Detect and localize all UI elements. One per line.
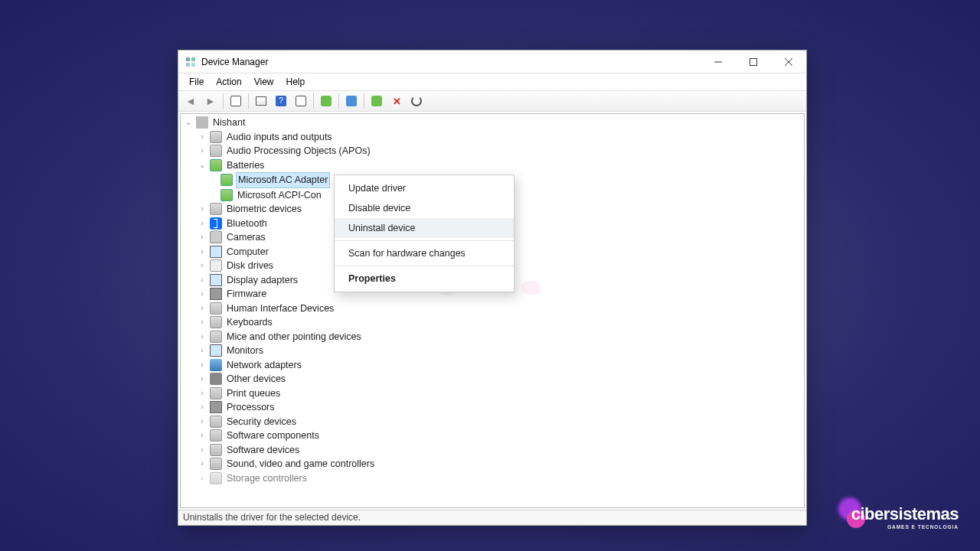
menu-action[interactable]: Action: [210, 75, 247, 89]
ctx-properties[interactable]: Properties: [335, 269, 514, 289]
device-manager-window: Device Manager File Action View Help ◄ ►…: [178, 50, 807, 526]
chevron-right-icon[interactable]: ›: [198, 346, 207, 355]
chevron-right-icon[interactable]: ›: [198, 403, 207, 412]
tree-category[interactable]: ›Processors: [184, 400, 804, 415]
tree-category[interactable]: ›Other devices: [184, 372, 804, 386]
tree-category[interactable]: › Audio inputs and outputs: [184, 130, 804, 145]
tree-category[interactable]: ›Monitors: [184, 344, 804, 358]
chevron-right-icon[interactable]: ›: [198, 360, 207, 370]
titlebar[interactable]: Device Manager: [178, 51, 806, 73]
chevron-right-icon[interactable]: ›: [198, 146, 207, 155]
ctx-update-driver[interactable]: Update driver: [335, 178, 514, 198]
audio-icon: [210, 131, 222, 143]
back-button[interactable]: ◄: [181, 93, 200, 109]
chevron-right-icon[interactable]: ›: [198, 289, 207, 298]
tree-category[interactable]: › Audio Processing Objects (APOs): [184, 144, 804, 158]
tree-category[interactable]: ›Keyboards: [184, 315, 804, 330]
help-icon: ?: [276, 96, 286, 106]
chevron-right-icon[interactable]: ›: [198, 219, 207, 228]
chevron-right-icon[interactable]: ›: [198, 374, 207, 383]
menu-help[interactable]: Help: [280, 75, 312, 89]
monitor-icon: [346, 96, 357, 106]
tree-category-batteries[interactable]: ⌄ Batteries: [184, 158, 804, 173]
menu-view[interactable]: View: [248, 75, 280, 89]
chevron-right-icon[interactable]: ›: [198, 132, 207, 142]
tree-category[interactable]: ›Print queues: [184, 386, 804, 401]
window-title: Device Manager: [201, 57, 268, 67]
context-menu: Update driver Disable device Uninstall d…: [334, 174, 514, 292]
software-icon: [210, 429, 222, 442]
uninstall-x-icon: ✕: [393, 96, 401, 107]
chevron-right-icon[interactable]: ›: [198, 276, 207, 285]
tree-category[interactable]: ›Mice and other pointing devices: [184, 330, 804, 344]
ctx-disable-device[interactable]: Disable device: [335, 198, 514, 218]
chevron-right-icon[interactable]: ›: [198, 417, 207, 426]
chevron-right-icon[interactable]: ›: [198, 474, 207, 483]
tree-category[interactable]: ›Security devices: [184, 415, 804, 429]
status-text: Uninstalls the driver for the selected d…: [183, 512, 361, 523]
chevron-right-icon[interactable]: ›: [198, 431, 207, 440]
tree-category[interactable]: ›Software devices: [184, 443, 804, 458]
tree-category[interactable]: ›Storage controllers: [184, 471, 804, 486]
chevron-down-icon[interactable]: ⌄: [184, 118, 193, 127]
chevron-right-icon[interactable]: ›: [198, 204, 207, 214]
toolbar-button[interactable]: [292, 93, 310, 109]
monitor-icon: [210, 344, 222, 357]
tree-category[interactable]: ›Software components: [184, 429, 804, 443]
hid-icon: [210, 302, 222, 315]
ctx-separator: [335, 240, 514, 241]
mouse-icon: [210, 331, 222, 343]
ctx-scan-hardware[interactable]: Scan for hardware changes: [335, 243, 514, 263]
brand-tagline: GAMES E TECNOLOGIA: [851, 524, 959, 530]
device-tree[interactable]: ⌄ Nishant › Audio inputs and outputs › A…: [181, 114, 804, 487]
computer-icon: [196, 116, 208, 129]
toolbar-sep: [364, 93, 364, 109]
toolbar-sep: [248, 93, 249, 109]
disk-icon: [210, 259, 222, 272]
computer-icon: [210, 246, 222, 258]
menubar: File Action View Help: [178, 73, 806, 90]
forward-button[interactable]: ►: [201, 93, 220, 109]
show-hide-tree-button[interactable]: [227, 93, 245, 109]
chevron-right-icon[interactable]: ›: [198, 304, 207, 313]
svg-rect-3: [191, 63, 195, 67]
app-icon: [185, 56, 197, 68]
tree-root[interactable]: ⌄ Nishant: [184, 116, 804, 130]
tree-category[interactable]: ›Network adapters: [184, 358, 804, 373]
properties-icon: [256, 96, 266, 106]
chevron-right-icon[interactable]: ›: [198, 233, 207, 242]
software-icon: [210, 444, 222, 456]
tree-category[interactable]: ›Sound, video and game controllers: [184, 457, 804, 471]
chevron-right-icon[interactable]: ›: [198, 459, 207, 468]
tree-category[interactable]: ›Human Interface Devices: [184, 302, 804, 316]
svg-rect-1: [191, 57, 195, 61]
properties-toolbar-button[interactable]: [252, 93, 270, 109]
maximize-button[interactable]: [736, 51, 771, 73]
battery-icon: [210, 159, 222, 171]
uninstall-device-toolbar-button[interactable]: ✕: [387, 93, 406, 109]
chevron-right-icon[interactable]: ›: [198, 247, 207, 256]
menu-file[interactable]: File: [183, 75, 210, 89]
firmware-icon: [210, 288, 222, 300]
chevron-right-icon[interactable]: ›: [198, 318, 207, 327]
enable-device-toolbar-button[interactable]: [368, 93, 386, 109]
printer-icon: [210, 387, 222, 399]
camera-icon: [210, 231, 222, 243]
close-button[interactable]: [771, 51, 806, 73]
root-label: Nishant: [211, 116, 247, 130]
svg-rect-2: [186, 63, 190, 67]
update-driver-toolbar-button[interactable]: [317, 93, 335, 109]
ctx-uninstall-device[interactable]: Uninstall device: [335, 218, 514, 238]
minimize-button[interactable]: [701, 51, 736, 73]
help-toolbar-button[interactable]: ?: [272, 93, 290, 109]
status-bar: Uninstalls the driver for the selected d…: [178, 510, 806, 525]
chevron-right-icon[interactable]: ›: [198, 389, 207, 398]
chevron-right-icon[interactable]: ›: [198, 261, 207, 270]
chevron-down-icon[interactable]: ⌄: [198, 161, 207, 170]
chevron-right-icon[interactable]: ›: [198, 445, 207, 455]
battery-icon: [220, 189, 233, 201]
chevron-right-icon[interactable]: ›: [198, 332, 207, 341]
security-icon: [210, 416, 222, 428]
scan-changes-toolbar-button[interactable]: [407, 93, 426, 109]
scan-hardware-toolbar-button[interactable]: [342, 93, 361, 109]
